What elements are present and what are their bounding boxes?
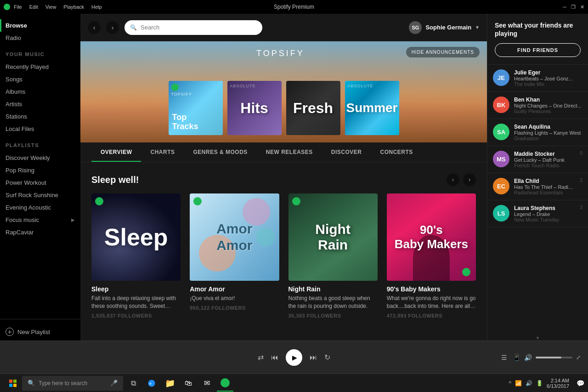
sidebar-item-surf-rock[interactable]: Surf Rock Sunshine [0, 189, 80, 201]
taskbar-app-task-view[interactable]: ⧉ [125, 375, 141, 392]
taskbar-chevron-icon[interactable]: ^ [509, 380, 511, 386]
search-input[interactable] [141, 24, 257, 31]
focus-music-arrow: ▶ [71, 217, 75, 222]
section-header: Sleep well! ‹ › [91, 173, 476, 186]
playlist-card-sleep[interactable]: Sleep Sleep Fall into a deep relaxing sl… [91, 193, 181, 318]
repeat-button[interactable]: ↻ [324, 353, 330, 362]
taskbar-notification-icon[interactable]: 💬 [577, 380, 584, 387]
sidebar-item-rapcaviar[interactable]: RapCaviar [0, 226, 80, 239]
playlist-followers-nineties: 472,993 FOLLOWERS [387, 313, 476, 318]
sidebar-item-albums[interactable]: Albums [0, 85, 80, 98]
taskbar-app-store[interactable]: 🛍 [180, 375, 197, 392]
tab-overview[interactable]: OVERVIEW [91, 142, 141, 162]
fullscreen-button[interactable]: ⤢ [576, 354, 581, 361]
friend-name-ben: Ben Khan [514, 97, 582, 103]
new-playlist-button[interactable]: + New Playlist [0, 323, 80, 341]
search-box[interactable]: 🔍 [124, 20, 262, 35]
sidebar-item-stations[interactable]: Stations [0, 110, 80, 123]
find-friends-button[interactable]: FIND FRIENDS [495, 43, 581, 57]
sidebar-item-local-files[interactable]: Local Files [0, 123, 80, 135]
taskbar-volume-icon[interactable]: 🔊 [526, 380, 532, 386]
friend-avatar-maddie: MS [493, 151, 509, 167]
friend-count-ella: 2 [580, 178, 582, 183]
back-button[interactable]: ‹ [88, 21, 101, 34]
playlist-card-night-rain[interactable]: NightRain Night Rain Nothing beats a goo… [288, 193, 378, 318]
radio-label: Radio [6, 34, 21, 41]
menu-view[interactable]: View [45, 4, 57, 10]
playlist-name-nineties: 90's Baby Makers [387, 285, 476, 293]
queue-button[interactable]: ☰ [501, 354, 507, 361]
sidebar-item-focus-music[interactable]: Focus music ▶ [0, 214, 80, 226]
close-button[interactable]: ✕ [580, 4, 584, 10]
taskbar-date: 6/13/2017 [547, 383, 569, 389]
tab-charts[interactable]: CHARTS [141, 142, 184, 162]
friend-info-julie: Julie Eger Heartbeats – José Gonz... The… [514, 69, 582, 87]
friend-avatar-sean: SA [493, 124, 509, 140]
friend-info-laura: Laura Stephens Legend – Drake New Music … [514, 205, 575, 222]
next-track-button[interactable]: ⏭ [310, 353, 317, 362]
friend-avatar-ella: EC [493, 178, 509, 194]
menu-help[interactable]: Help [91, 4, 102, 10]
taskbar-app-edge[interactable]: e [143, 375, 160, 392]
next-button[interactable]: › [463, 173, 476, 186]
forward-button[interactable]: › [106, 21, 119, 34]
user-area[interactable]: SG Sophie Germain ▼ [409, 21, 480, 34]
tab-new-releases[interactable]: NEW RELEASES [257, 142, 322, 162]
tab-genres-moods[interactable]: GENRES & MOODS [184, 142, 256, 162]
devices-button[interactable]: 📱 [513, 354, 520, 361]
friend-track-ella: Has To The Thief – Radiohead... [514, 184, 575, 190]
taskbar-network-icon[interactable]: 📶 [515, 380, 522, 386]
menu-playback[interactable]: Playback [63, 4, 84, 10]
shuffle-button[interactable]: ⇄ [258, 353, 264, 362]
taskbar-apps: ⧉ e 📁 🛍 ✉ [125, 375, 233, 392]
sidebar-item-radio[interactable]: Radio [0, 32, 80, 44]
minimize-button[interactable]: ─ [563, 4, 566, 10]
friend-info-maddie: Maddie Stocker Get Lucky – Daft Punk Fre… [514, 151, 575, 168]
hero-card-fresh[interactable]: Fresh [286, 81, 340, 135]
friend-playlist-ben: Guilty Pleasures [514, 108, 582, 114]
hide-announcements-button[interactable]: HIDE ANNOUNCEMENTS [406, 47, 480, 57]
search-icon: 🔍 [130, 24, 137, 31]
hero-card-summer[interactable]: ABSOLUTE Summer [345, 81, 399, 135]
playlist-card-nineties[interactable]: 90'sBaby Makers 90's Baby Makers What we… [387, 193, 476, 318]
maximize-button[interactable]: ❐ [571, 4, 576, 10]
sidebar-item-artists[interactable]: Artists [0, 98, 80, 110]
sidebar-item-recently-played[interactable]: Recently Played [0, 61, 80, 73]
menu-edit[interactable]: Edit [29, 4, 38, 10]
play-button[interactable]: ▶ [286, 349, 302, 366]
taskbar-mic-icon: 🎤 [110, 380, 118, 386]
right-panel: See what your friends are playing FIND F… [487, 14, 588, 341]
prev-track-button[interactable]: ⏮ [271, 353, 278, 362]
content-area: ‹ › 🔍 SG Sophie Germain ▼ TOPSIFY [80, 14, 487, 341]
playlist-followers-night-rain: 35,383 FOLLOWERS [288, 313, 378, 318]
volume-icon: 🔊 [524, 354, 532, 361]
sidebar-item-browse[interactable]: Browse [0, 19, 80, 32]
taskbar-app-spotify[interactable] [217, 375, 233, 392]
start-button[interactable] [4, 375, 22, 392]
friend-info-sean: Sean Aquilina Flashing Lights – Kanye We… [514, 124, 582, 141]
friend-info-ella: Ella Child Has To The Thief – Radiohead.… [514, 178, 575, 195]
playlist-card-amor-amor[interactable]: AmorAmor Amor Amor ¡Que viva el amor! 95… [190, 193, 279, 318]
sidebar-item-pop-rising[interactable]: Pop Rising [0, 164, 80, 176]
friend-playlist-maddie: French Touch Radio [514, 163, 575, 168]
hero-card-top-tracks[interactable]: TOPSIFY TopTracks [169, 81, 223, 135]
sidebar-item-evening-acoustic[interactable]: Evening Acoustic [0, 201, 80, 214]
sidebar-item-power-workout[interactable]: Power Workout [0, 176, 80, 189]
taskbar-app-explorer[interactable]: 📁 [162, 375, 178, 392]
playlist-name-sleep: Sleep [91, 285, 181, 293]
tab-concerts[interactable]: CONCERTS [371, 142, 422, 162]
sidebar-item-songs[interactable]: Songs [0, 73, 80, 85]
menu-file[interactable]: File [14, 4, 22, 10]
hero-card-hits[interactable]: ABSOLUTE Hits [227, 81, 282, 135]
sidebar-item-discover-weekly[interactable]: Discover Weekly [0, 152, 80, 164]
taskbar-battery-icon[interactable]: 🔋 [536, 380, 543, 386]
volume-bar[interactable] [536, 357, 572, 358]
prev-button[interactable]: ‹ [447, 173, 459, 186]
taskbar-app-mail[interactable]: ✉ [198, 375, 215, 392]
taskbar-search-box[interactable]: 🔍 Type here to search 🎤 [22, 376, 123, 391]
playlists-section: PLAYLISTS [0, 135, 80, 152]
user-avatar: SG [409, 21, 422, 34]
section-title: Sleep well! [91, 175, 139, 185]
playlists-grid: Sleep Sleep Fall into a deep relaxing sl… [91, 193, 476, 318]
tab-discover[interactable]: DISCOVER [322, 142, 371, 162]
